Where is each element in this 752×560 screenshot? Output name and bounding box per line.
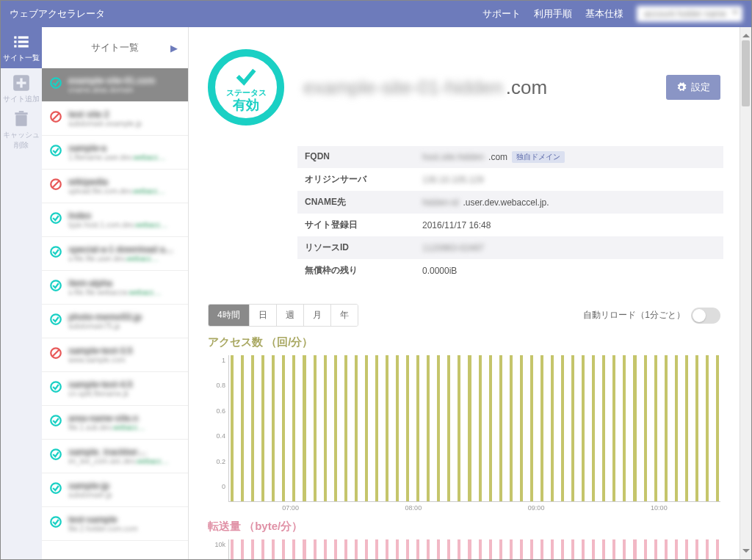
chart-yaxis: 10k8.0k	[208, 539, 228, 559]
topbar-link-support[interactable]: サポート	[482, 7, 521, 21]
svg-point-15	[51, 145, 61, 156]
list-icon	[12, 32, 31, 51]
svg-rect-4	[14, 45, 16, 47]
sidebar-item[interactable]: item-alphas-file.file.webaccw.webacc…	[42, 271, 188, 305]
sidebar: サイト一覧 ▶ example-site-01.comcname.alias.d…	[42, 27, 189, 559]
status-ok-icon	[49, 211, 62, 225]
status-ok-icon	[49, 448, 62, 461]
rail-label: サイト追加	[3, 94, 40, 104]
gear-icon	[676, 82, 687, 92]
info-label: 無償枠の残り	[305, 264, 422, 277]
site-name: sample-jp	[68, 481, 181, 491]
sidebar-item[interactable]: Indextype.host.1.com.dev.webacc…	[42, 203, 188, 237]
sidebar-item[interactable]: example-site-01.comcname.alias.domain	[42, 68, 188, 102]
info-label: オリジンサーバ	[305, 173, 422, 186]
info-value: 0.0000iB	[422, 264, 716, 277]
sidebar-item[interactable]: test-samplefile.2.holder.com.com	[42, 507, 188, 541]
site-subtitle: subdomain75.jp	[68, 322, 181, 330]
site-name: sample-test-4.5	[68, 379, 181, 390]
svg-point-28	[51, 517, 61, 527]
chart-access: アクセス数 （回/分） 10.80.60.40.20 07:0008:0009:…	[208, 335, 720, 502]
topbar-link-guide[interactable]: 利用手順	[534, 7, 572, 21]
site-name: sample-test-3.5	[68, 346, 181, 356]
status-line1: ステータス	[226, 87, 267, 98]
sidebar-item[interactable]: photo-memo53.jpsubdomain75.jp	[42, 305, 188, 338]
rail-cache-delete[interactable]: キャッシュ 削除	[1, 109, 42, 150]
sidebar-title: サイト一覧	[91, 41, 139, 54]
site-list[interactable]: example-site-01.comcname.alias.domaintes…	[42, 68, 188, 559]
site-subtitle: file.2.holder.com.com	[68, 525, 181, 533]
site-subtitle: subdomain.jp	[68, 491, 181, 499]
sidebar-item[interactable]: sample-test-3.5www.sample.com	[42, 338, 188, 372]
status-ok-icon	[49, 144, 62, 157]
app-title: ウェブアクセラレータ	[10, 7, 482, 21]
svg-rect-1	[18, 36, 29, 38]
status-ok-icon	[49, 414, 62, 427]
sidebar-item[interactable]: sample-a1.filename.user.dev.webacc…	[42, 136, 188, 170]
svg-point-26	[51, 449, 61, 459]
sidebar-item[interactable]: sample-test-4.5cn-split.filename.jk	[42, 372, 188, 406]
info-value: 2016/11/17 16:48	[422, 219, 716, 231]
sidebar-item[interactable]: wikipediaupload.file.com.dev.webacc…	[42, 170, 188, 203]
chevron-right-icon: ▶	[170, 43, 178, 54]
chart-bars	[229, 539, 720, 559]
rail-label: サイト一覧	[3, 53, 40, 63]
site-name: sample-a	[68, 143, 181, 153]
topbar-link-spec[interactable]: 基本仕様	[585, 7, 623, 21]
svg-rect-8	[17, 81, 26, 84]
site-name: special-a-1 download a…	[68, 244, 181, 255]
time-tab[interactable]: 年	[331, 305, 358, 326]
auto-reload-label: 自動リロード（1分ごと）	[583, 309, 685, 321]
sidebar-header[interactable]: サイト一覧 ▶	[42, 27, 188, 68]
site-name: test-sample	[68, 514, 181, 525]
rail-site-list[interactable]: サイト一覧	[1, 27, 42, 68]
chart-title: アクセス数 （回/分）	[208, 335, 720, 349]
svg-point-19	[51, 247, 61, 257]
status-error-icon	[49, 178, 62, 191]
topbar: ウェブアクセラレータ サポート 利用手順 基本仕様 account holder…	[1, 1, 751, 27]
status-ok-icon	[49, 279, 62, 292]
info-value: 1120963-02497	[422, 241, 716, 254]
svg-point-12	[51, 78, 61, 88]
info-value: host.site.hidden.com独自ドメイン	[422, 151, 716, 163]
site-subtitle: s-file.file.user.dev.webacc…	[68, 255, 181, 263]
scrollbar-vertical[interactable]	[740, 27, 751, 559]
svg-point-20	[51, 280, 61, 291]
info-label: FQDN	[305, 151, 422, 163]
chart-bars	[229, 355, 720, 501]
settings-button[interactable]: 設定	[666, 75, 720, 100]
site-subtitle: file.1.sub.dev.webacc…	[68, 423, 181, 432]
site-name: sample_trackker…	[68, 447, 181, 457]
sidebar-item[interactable]: special-a-1 download a…s-file.file.user.…	[42, 237, 188, 271]
site-subtitle: s-file.file.webaccw.webacc…	[68, 288, 181, 297]
sidebar-item[interactable]: sample_trackker…im_lee_com.sec.dev.webac…	[42, 440, 188, 473]
site-subtitle: im_lee_com.sec.dev.webacc…	[68, 457, 181, 465]
svg-rect-5	[18, 45, 29, 47]
domain-title: example-site-01-hidden.com	[303, 76, 647, 99]
chart-yaxis: 10.80.60.40.20	[208, 355, 228, 502]
svg-rect-10	[15, 112, 27, 114]
info-row: FQDNhost.site.hidden.com独自ドメイン	[297, 146, 723, 168]
sidebar-item[interactable]: sample-jpsubdomain.jp	[42, 473, 188, 507]
info-row: サイト登録日2016/11/17 16:48	[297, 214, 723, 236]
chart-transfer: 転送量 （byte/分） 10k8.0k	[208, 520, 720, 559]
site-name: area-name-site.n	[68, 413, 181, 423]
sidebar-item[interactable]: test site 2subdomain.example.jp	[42, 102, 188, 136]
auto-reload-toggle[interactable]	[691, 308, 720, 324]
rail-site-add[interactable]: サイト追加	[1, 68, 42, 109]
time-tab[interactable]: 4時間	[209, 305, 250, 326]
svg-point-27	[51, 483, 61, 493]
check-icon	[234, 64, 258, 89]
sidebar-item[interactable]: area-name-site.nfile.1.sub.dev.webacc…	[42, 406, 188, 440]
time-tab[interactable]: 月	[304, 305, 331, 326]
scroll-thumb[interactable]	[742, 40, 750, 106]
plus-icon	[12, 73, 31, 92]
svg-line-17	[53, 181, 59, 188]
time-tab[interactable]: 週	[277, 305, 304, 326]
status-ok-icon	[49, 245, 62, 258]
user-dropdown[interactable]: account holder name	[637, 6, 742, 22]
domain-tag: 独自ドメイン	[512, 151, 565, 163]
time-tab[interactable]: 日	[250, 305, 277, 326]
nav-rail: サイト一覧 サイト追加 キャッシュ 削除	[1, 27, 42, 559]
site-subtitle: subdomain.example.jp	[68, 120, 181, 128]
